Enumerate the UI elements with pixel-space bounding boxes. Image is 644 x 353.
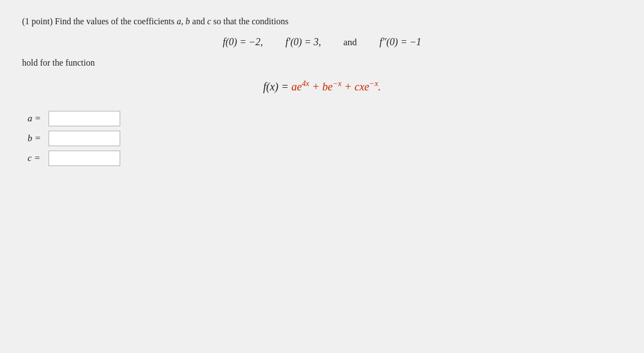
condition-1: f(0) = −2, (223, 36, 263, 48)
condition-2: f′(0) = 3, (281, 36, 321, 48)
var-a: a (177, 17, 181, 26)
func-rhs: ae4x + be−x + cxe−x. (289, 79, 381, 93)
condition-3: f″(0) = −1 (374, 36, 421, 48)
func-lhs: f(x) = (263, 81, 288, 93)
label-b: b = (28, 133, 44, 144)
intro-text: (1 point) Find the values of the coeffic… (22, 17, 177, 26)
rest-text: so that the conditions (211, 17, 288, 26)
function-display: f(x) = ae4x + be−x + cxe−x. (22, 79, 622, 93)
var-c-inline: c (207, 17, 211, 26)
hold-text: hold for the function (22, 58, 622, 68)
comma1: , (181, 17, 186, 26)
problem-statement: (1 point) Find the values of the coeffic… (22, 17, 622, 26)
conditions-block: f(0) = −2, f′(0) = 3, and f″(0) = −1 (22, 36, 622, 48)
input-a[interactable] (49, 111, 120, 126)
and-text: and (190, 17, 207, 26)
and-word: and (339, 37, 357, 48)
input-row-c: c = (28, 151, 622, 166)
input-c[interactable] (49, 151, 120, 166)
input-b[interactable] (49, 131, 120, 146)
label-a: a = (28, 113, 44, 124)
input-row-b: b = (28, 131, 622, 146)
var-b: b (186, 17, 190, 26)
label-c: c = (28, 153, 44, 164)
input-row-a: a = (28, 111, 622, 126)
input-group: a = b = c = (28, 111, 622, 166)
main-container: (1 point) Find the values of the coeffic… (0, 0, 644, 353)
